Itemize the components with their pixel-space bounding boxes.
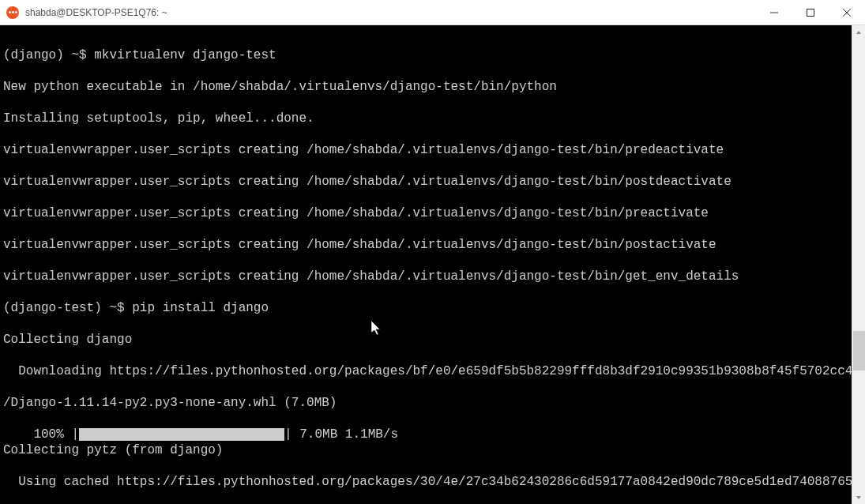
svg-marker-5 — [856, 31, 861, 34]
scrollbar-track[interactable] — [852, 39, 865, 491]
close-button[interactable] — [829, 0, 865, 24]
terminal-line: Using cached https://files.pythonhosted.… — [3, 474, 852, 490]
terminal-line: (django) ~$ mkvirtualenv django-test — [3, 47, 852, 63]
terminal-line: Collecting pytz (from django) — [3, 442, 852, 458]
scroll-down-button[interactable] — [852, 491, 865, 504]
progress-speed: | 7.0MB 1.1MB/s — [284, 427, 398, 442]
scroll-up-button[interactable] — [852, 25, 865, 39]
window-title: shabda@DESKTOP-PSE1Q76: ~ — [25, 7, 756, 18]
progress-percent: 100% | — [3, 427, 79, 442]
maximize-button[interactable] — [792, 0, 829, 24]
terminal-line: New python executable in /home/shabda/.v… — [3, 79, 852, 95]
progress-bar — [79, 428, 284, 441]
ubuntu-icon — [6, 6, 19, 19]
terminal-window: (django) ~$ mkvirtualenv django-test New… — [0, 25, 865, 504]
window-title-bar: shabda@DESKTOP-PSE1Q76: ~ — [0, 0, 865, 25]
vertical-scrollbar[interactable] — [852, 25, 865, 504]
chevron-down-icon — [856, 495, 862, 501]
scrollbar-thumb[interactable] — [853, 331, 865, 370]
chevron-up-icon — [856, 29, 862, 36]
terminal-output[interactable]: (django) ~$ mkvirtualenv django-test New… — [0, 25, 852, 504]
terminal-line: Collecting django — [3, 332, 852, 348]
terminal-line: /Django-1.11.14-py2.py3-none-any.whl (7.… — [3, 395, 852, 411]
terminal-line: virtualenvwrapper.user_scripts creating … — [3, 205, 852, 221]
terminal-line: Installing setuptools, pip, wheel...done… — [3, 111, 852, 126]
terminal-line: virtualenvwrapper.user_scripts creating … — [3, 269, 852, 284]
terminal-line: virtualenvwrapper.user_scripts creating … — [3, 237, 852, 253]
svg-rect-1 — [807, 9, 814, 16]
terminal-line: virtualenvwrapper.user_scripts creating … — [3, 174, 852, 190]
terminal-line: (django-test) ~$ pip install django — [3, 300, 852, 316]
window-controls — [756, 0, 865, 24]
progress-line: 100% || 7.0MB 1.1MB/s — [3, 427, 398, 442]
terminal-line: virtualenvwrapper.user_scripts creating … — [3, 142, 852, 158]
minimize-button[interactable] — [756, 0, 792, 24]
svg-marker-6 — [856, 496, 861, 499]
terminal-line: Downloading https://files.pythonhosted.o… — [3, 363, 852, 379]
